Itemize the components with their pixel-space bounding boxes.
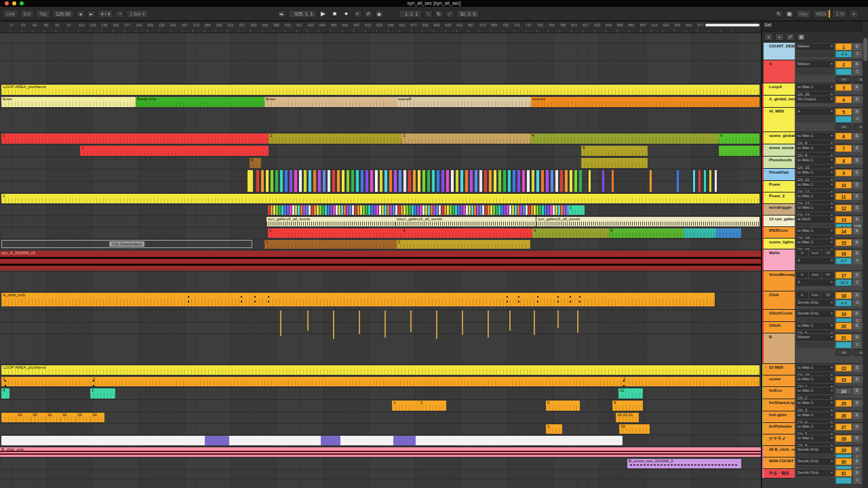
output-routing-chooser[interactable]: to Wax 1▾	[796, 169, 834, 176]
clip[interactable]	[393, 436, 416, 445]
panel-tool-icon[interactable]: •	[775, 33, 784, 41]
solo-button[interactable]: S	[853, 61, 861, 68]
stop-button[interactable]: ■	[330, 10, 340, 17]
solo-button[interactable]: S	[853, 323, 861, 329]
solo-button[interactable]: S	[853, 205, 861, 211]
track-name[interactable]: forSharesLight	[764, 399, 795, 411]
track-header-scene_global[interactable]: scene_globalto Wax 1▾6S◂Ch. 8▾	[762, 132, 863, 144]
track-activator[interactable]: 21	[835, 334, 852, 341]
clip[interactable]: 1	[546, 424, 562, 434]
solo-button[interactable]: S	[853, 272, 861, 279]
track-header-A_global_midi[interactable]: A_global_midiNo Output▾4S◂	[762, 96, 863, 108]
track-header-ナマラメ[interactable]: ナマラメto Wax 1▾28S◂Ch. 6▾	[762, 434, 863, 446]
output-routing-chooser[interactable]: to Wax 1▾	[796, 424, 834, 430]
track-name[interactable]: forLights	[764, 411, 795, 422]
track-activator[interactable]: 30	[835, 458, 852, 465]
solo-button[interactable]: S	[853, 376, 861, 383]
loop-start-field[interactable]: 1. 1. 1	[399, 9, 422, 18]
track-name[interactable]: WaVe	[764, 249, 795, 270]
clip[interactable]: LOOP AREA_pitchbend	[1, 365, 760, 375]
arrangement-lane-forPixhutter[interactable]: 119	[0, 424, 761, 435]
track-activator[interactable]: 9	[835, 169, 852, 176]
solo-button[interactable]: S	[853, 228, 861, 235]
clip[interactable]: 34	[91, 413, 104, 422]
pan-knob[interactable]: C	[853, 279, 862, 286]
pan-knob[interactable]: C	[853, 342, 862, 348]
clip[interactable]: 2	[269, 134, 401, 144]
output-routing-chooser[interactable]: to Wax 1▾	[796, 435, 834, 442]
solo-button[interactable]: S	[853, 310, 861, 317]
arrangement-lane-scene_lights[interactable]: Clip Deactivated12	[0, 239, 761, 250]
clip[interactable]: 8	[581, 146, 648, 156]
capture-midi-button[interactable]: ◉	[375, 10, 384, 18]
arrangement-lane-GlitchCount[interactable]	[0, 310, 761, 323]
arrangement-lane-Poem_2[interactable]: 1	[0, 193, 761, 205]
volume-field[interactable]: -4.3	[835, 300, 852, 306]
arrangement-position-field[interactable]: 925. 1. 1	[288, 9, 317, 18]
metronome-toggle[interactable]: ◔	[115, 10, 124, 18]
clip[interactable]: 2	[546, 401, 580, 411]
clip[interactable]	[205, 436, 229, 445]
volume-field[interactable]: -6.7	[835, 258, 852, 264]
arrangement-lane-Click[interactable]: A_click_only	[0, 292, 761, 310]
track-activator[interactable]: 13	[835, 216, 852, 223]
track-activator[interactable]: 8	[835, 157, 852, 164]
track-header-wordtrigger[interactable]: wordtriggerto Wax 1▾12S◂Ch. 13▾	[762, 204, 863, 216]
track-name[interactable]: A	[764, 60, 795, 83]
solo-button[interactable]: S	[853, 96, 861, 103]
vertical-scrollbar[interactable]	[863, 22, 868, 488]
track-activator[interactable]: 18	[835, 292, 852, 299]
pan-knob[interactable]: C	[853, 258, 862, 264]
solo-button[interactable]: S	[853, 412, 861, 419]
track-name[interactable]: 13 syn_gallery	[764, 216, 795, 226]
punch-in-toggle[interactable]: ⟍	[424, 10, 433, 18]
pan-knob[interactable]: C	[853, 477, 862, 484]
solo-button[interactable]: S	[853, 133, 861, 140]
time-signature-field[interactable]: 4 / 4	[98, 9, 114, 18]
clip[interactable]	[716, 228, 741, 238]
pan-knob[interactable]: C	[853, 51, 862, 58]
clip[interactable]: 1	[264, 240, 397, 249]
track-activator[interactable]: 15	[835, 239, 852, 246]
output-routing-chooser[interactable]: to Wax 1▾	[796, 182, 834, 188]
track-name[interactable]: ナマラメ	[764, 434, 795, 445]
track-name[interactable]: B	[764, 333, 795, 363]
solo-button[interactable]: S	[853, 400, 861, 407]
track-activator[interactable]: 5	[835, 108, 852, 115]
clip[interactable]	[248, 170, 253, 192]
clip[interactable]: 4	[401, 228, 532, 238]
track-activator[interactable]: 7	[835, 145, 852, 152]
track-header-13 syn_gallery[interactable]: 13 syn_galleryai latch▾13S◂-6.710R	[762, 216, 863, 227]
output-routing-chooser[interactable]: Master▾	[796, 334, 834, 341]
clip[interactable]: 21	[618, 388, 643, 399]
follow-button[interactable]: ▪▸	[277, 10, 286, 18]
solo-button[interactable]: S	[853, 435, 861, 442]
arrangement-lane-Glitch[interactable]	[0, 323, 761, 334]
output-routing-chooser[interactable]: Master▾	[796, 61, 834, 68]
track-activator[interactable]: 22	[835, 365, 852, 371]
output-routing-chooser[interactable]: Sends Only▾	[796, 470, 834, 476]
horizontal-zoom-scrollbar[interactable]	[705, 24, 760, 26]
solo-button[interactable]: S	[853, 169, 861, 176]
track-header-A[interactable]: AMaster▾2SC-inf-inf	[762, 60, 863, 83]
track-activator[interactable]: 12	[835, 205, 852, 211]
volume-field[interactable]	[835, 477, 852, 484]
arrangement-lane-VoiceMessage[interactable]	[0, 272, 761, 292]
track-name[interactable]: Photobooth	[764, 157, 795, 168]
track-header-VoiceMessage[interactable]: VoiceMessageInAutoOff17SA▾-10.3C	[762, 271, 863, 291]
solo-button[interactable]: S	[853, 239, 861, 246]
output-routing-chooser[interactable]: Sends Only▾	[796, 300, 834, 306]
clip[interactable]: 4	[530, 134, 719, 144]
play-button[interactable]: ▶	[319, 10, 328, 17]
track-activator[interactable]: 24	[835, 388, 852, 394]
solo-button[interactable]: S	[853, 157, 861, 164]
arrangement-lane-NON COUNT[interactable]: B_count_non_231006_3	[0, 458, 761, 470]
solo-button[interactable]: S	[853, 43, 861, 50]
monitor-switch[interactable]: InAutoOff	[796, 250, 834, 257]
clip[interactable]: B_count_non_231006_3	[627, 459, 741, 468]
clip[interactable]: 31	[46, 413, 61, 422]
arrangement-lane-A_global_midi[interactable]: EnterBreak timeEnterscene8scene1	[0, 96, 761, 108]
clip[interactable]: 4	[719, 134, 760, 144]
arrangement-lane-中る・発生[interactable]	[0, 470, 761, 479]
clip[interactable]: 33	[76, 413, 91, 422]
